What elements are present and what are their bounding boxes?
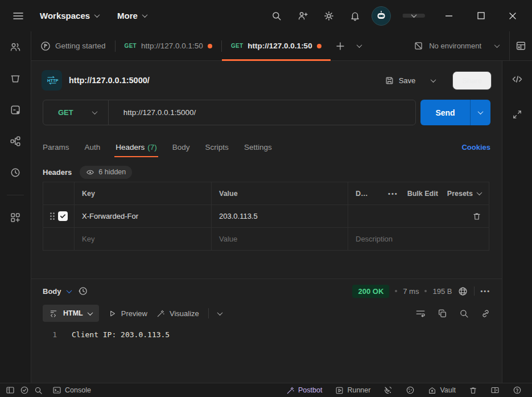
tab-request-2-active[interactable]: GET http://127.0.0.1:50 xyxy=(222,31,331,60)
hidden-headers-badge[interactable]: 6 hidden xyxy=(80,166,132,179)
configure-workbench-icon[interactable] xyxy=(6,208,24,227)
value-input-placeholder[interactable]: Value xyxy=(212,228,348,250)
cookies-link[interactable]: Cookies xyxy=(461,143,490,152)
visualize-wand-icon xyxy=(156,309,165,318)
save-button[interactable]: Save xyxy=(379,71,422,90)
chevron-down-icon xyxy=(357,42,362,48)
tab-label: Auth xyxy=(85,143,101,152)
console-button[interactable]: Console xyxy=(48,386,96,395)
notifications-bell-icon[interactable] xyxy=(345,6,365,26)
environment-selector[interactable]: No environment xyxy=(406,31,507,60)
workspaces-menu[interactable]: Workspaces xyxy=(33,6,106,25)
search-response-icon[interactable] xyxy=(459,309,469,318)
title-bar: Workspaces More xyxy=(0,0,532,31)
collections-icon[interactable] xyxy=(6,69,24,88)
tab-method-label: GET xyxy=(125,43,137,49)
tab-auth[interactable]: Auth xyxy=(85,136,101,158)
code-snippet-icon[interactable] xyxy=(508,70,526,88)
wrap-lines-icon[interactable] xyxy=(415,308,426,318)
response-history-icon[interactable] xyxy=(78,286,88,296)
description-input-placeholder[interactable]: Description xyxy=(348,228,489,250)
key-input-placeholder[interactable]: Key xyxy=(75,228,212,250)
format-type-icon xyxy=(50,309,58,318)
tab-scripts[interactable]: Scripts xyxy=(205,136,229,158)
chevron-down-icon xyxy=(431,77,436,83)
tab-params[interactable]: Params xyxy=(43,136,69,158)
environment-quick-look-icon[interactable] xyxy=(509,31,532,60)
history-icon[interactable] xyxy=(6,163,24,182)
flows-icon[interactable] xyxy=(6,132,24,150)
two-pane-icon[interactable] xyxy=(486,386,504,395)
postbot-button[interactable]: Postbot xyxy=(282,386,327,395)
more-label: More xyxy=(117,11,138,21)
visualize-label: Visualize xyxy=(170,309,199,318)
window-minimize-button[interactable] xyxy=(436,6,461,26)
help-icon[interactable] xyxy=(508,386,526,395)
upgrade-options-button[interactable] xyxy=(402,14,425,18)
visualize-button[interactable]: Visualize xyxy=(156,309,199,318)
copy-icon[interactable] xyxy=(438,309,447,318)
runner-button[interactable]: Runner xyxy=(331,386,375,395)
preview-button[interactable]: Preview xyxy=(108,309,147,318)
console-label: Console xyxy=(65,386,91,394)
delete-row-trash-icon[interactable] xyxy=(472,212,481,221)
presets-button[interactable]: Presets xyxy=(447,190,481,198)
response-time[interactable]: 7 ms xyxy=(403,287,419,296)
window-close-button[interactable] xyxy=(500,6,525,26)
response-toolbar: HTML Preview Visualize xyxy=(31,303,502,324)
tab-body[interactable]: Body xyxy=(172,136,190,158)
tab-getting-started[interactable]: Getting started xyxy=(31,31,115,60)
format-dropdown[interactable]: HTML xyxy=(43,305,99,322)
chevron-down-icon xyxy=(494,42,500,48)
header-key-cell[interactable]: X-Forwarded-For xyxy=(75,205,212,227)
network-globe-icon[interactable] xyxy=(457,286,468,297)
method-selector[interactable]: GET xyxy=(43,108,108,117)
response-body-dropdown[interactable]: Body xyxy=(43,287,71,296)
invite-user-icon[interactable] xyxy=(293,6,312,26)
rail-divider xyxy=(7,195,24,195)
table-row-empty: Key Value Description xyxy=(43,228,489,251)
search-icon[interactable] xyxy=(267,6,286,26)
send-button[interactable]: Send xyxy=(420,100,470,125)
sidebar-toggle-icon[interactable] xyxy=(6,386,15,395)
capture-requests-icon[interactable] xyxy=(379,386,397,395)
mock-servers-icon[interactable] xyxy=(6,101,24,119)
window-maximize-button[interactable] xyxy=(468,6,493,26)
user-avatar[interactable] xyxy=(372,6,391,26)
response-size[interactable]: 195 B xyxy=(432,287,452,296)
tab-settings[interactable]: Settings xyxy=(244,136,272,158)
send-split-button: Send xyxy=(420,100,490,125)
hamburger-menu-icon[interactable] xyxy=(8,6,28,26)
link-icon[interactable] xyxy=(481,309,490,318)
save-options-button[interactable] xyxy=(424,74,442,87)
meta-separator-dot xyxy=(424,290,427,292)
status-check-icon[interactable] xyxy=(20,386,29,395)
status-badge[interactable]: 200 OK xyxy=(352,285,389,298)
tab-list-chevron[interactable] xyxy=(350,36,369,56)
console-icon xyxy=(52,386,61,395)
cookies-icon[interactable] xyxy=(401,386,419,395)
row-checkbox[interactable] xyxy=(58,211,68,221)
tab-label: Scripts xyxy=(205,143,229,152)
trash-icon[interactable] xyxy=(464,386,482,395)
response-body-viewer[interactable]: 1 Client IP: 203.0.113.5 xyxy=(31,324,502,341)
share-button[interactable]: Share xyxy=(452,71,492,90)
drag-handle-icon[interactable] xyxy=(50,212,55,220)
tab-request-1[interactable]: GET http://127.0.0.1:50 xyxy=(116,31,221,60)
find-icon[interactable] xyxy=(34,386,43,395)
format-label: HTML xyxy=(63,309,83,317)
add-tab-button[interactable] xyxy=(331,36,350,56)
url-input[interactable]: http://127.0.0.1:5000/ xyxy=(109,108,415,117)
header-value-cell[interactable]: 203.0.113.5 xyxy=(212,205,348,227)
more-actions-icon[interactable]: ••• xyxy=(388,190,398,197)
resize-pane-icon[interactable] xyxy=(508,105,526,124)
tab-headers[interactable]: Headers (7) xyxy=(116,136,157,158)
more-menu[interactable]: More xyxy=(110,6,154,25)
send-options-button[interactable] xyxy=(470,100,490,125)
response-more-icon[interactable]: ••• xyxy=(480,288,490,294)
bulk-edit-button[interactable]: Bulk Edit xyxy=(407,190,438,198)
team-icon[interactable] xyxy=(6,38,24,56)
format-options-chevron[interactable] xyxy=(217,310,222,316)
settings-gear-icon[interactable] xyxy=(319,6,339,26)
vault-button[interactable]: Vault xyxy=(423,386,460,395)
